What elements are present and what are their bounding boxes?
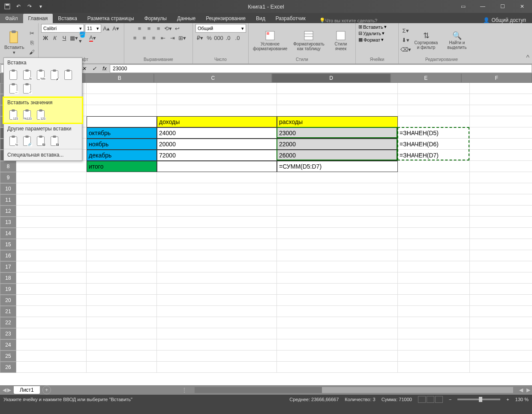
- cell-E5[interactable]: =ЗНАЧЕН(D5): [398, 127, 470, 139]
- cell-B8[interactable]: итого: [87, 161, 157, 172]
- cell-F4[interactable]: [470, 116, 532, 127]
- cell-B1[interactable]: [87, 83, 157, 94]
- cell-B17[interactable]: [87, 261, 157, 272]
- cell-E1[interactable]: [398, 83, 470, 94]
- paste-col-width-icon[interactable]: ↔: [7, 83, 19, 95]
- cell-E24[interactable]: [398, 339, 470, 351]
- col-header-B[interactable]: B: [85, 73, 154, 83]
- row-header-17[interactable]: 17: [0, 261, 16, 272]
- find-select-button[interactable]: 🔍Найти и выделить: [442, 30, 472, 51]
- tab-review[interactable]: Рецензирование: [201, 14, 251, 23]
- row-header-19[interactable]: 19: [0, 284, 16, 295]
- collapse-ribbon-icon[interactable]: ^: [526, 54, 529, 62]
- share-button[interactable]: 👤 Общий доступ: [477, 17, 532, 23]
- cell-styles-button[interactable]: Стили ячеек: [329, 29, 353, 52]
- cell-C11[interactable]: [157, 194, 277, 205]
- cell-A20[interactable]: [16, 295, 87, 306]
- cell-D4[interactable]: расходы: [277, 116, 398, 127]
- cell-F22[interactable]: [470, 317, 532, 328]
- increase-decimal-icon[interactable]: .0: [224, 33, 232, 42]
- row-header-12[interactable]: 12: [0, 205, 16, 217]
- cell-B21[interactable]: [87, 306, 157, 317]
- cell-E26[interactable]: [398, 362, 470, 373]
- paste-formulas-icon[interactable]: fx: [21, 69, 33, 81]
- cell-C1[interactable]: [157, 83, 277, 94]
- align-middle-icon[interactable]: ≡: [145, 24, 153, 33]
- increase-font-icon[interactable]: A▴: [102, 24, 111, 33]
- cell-C3[interactable]: [157, 105, 277, 116]
- cell-D5[interactable]: 23000: [277, 127, 398, 139]
- cell-D16[interactable]: [277, 250, 398, 261]
- cell-D8[interactable]: =СУММ(D5:D7): [277, 161, 398, 172]
- insert-cells-button[interactable]: ⊞ Вставить▾: [358, 24, 387, 30]
- zoom-level[interactable]: 130 %: [515, 397, 529, 402]
- cell-D12[interactable]: [277, 205, 398, 217]
- merge-icon[interactable]: ⊞▾: [178, 33, 186, 42]
- cell-B14[interactable]: [87, 228, 157, 239]
- cell-E6[interactable]: =ЗНАЧЕН(D6): [398, 139, 470, 150]
- col-header-F[interactable]: F: [461, 73, 532, 83]
- cell-A16[interactable]: [16, 250, 87, 261]
- paste-values-source-icon[interactable]: 123: [35, 109, 47, 121]
- cell-A11[interactable]: [16, 194, 87, 205]
- cell-A22[interactable]: [16, 317, 87, 328]
- cell-A25[interactable]: [16, 351, 87, 362]
- cell-C19[interactable]: [157, 284, 277, 295]
- cell-F9[interactable]: [470, 172, 532, 183]
- paste-linked-picture-icon[interactable]: 🖼: [48, 135, 60, 147]
- cell-B26[interactable]: [87, 362, 157, 373]
- cell-C23[interactable]: [157, 328, 277, 339]
- border-icon[interactable]: ▦▾: [69, 33, 78, 42]
- cell-F12[interactable]: [470, 205, 532, 217]
- cell-A21[interactable]: [16, 306, 87, 317]
- cell-C25[interactable]: [157, 351, 277, 362]
- cut-icon[interactable]: ✂: [28, 29, 36, 37]
- cell-D7[interactable]: 26000: [277, 150, 398, 161]
- maximize-icon[interactable]: ☐: [493, 0, 512, 13]
- paste-picture-icon[interactable]: 🖼: [35, 135, 47, 147]
- italic-button[interactable]: К: [51, 33, 59, 42]
- cell-C20[interactable]: [157, 295, 277, 306]
- cell-E4[interactable]: [398, 116, 470, 127]
- cell-B7[interactable]: декабрь: [87, 150, 157, 161]
- cell-F7[interactable]: [470, 150, 532, 161]
- cell-E12[interactable]: [398, 205, 470, 217]
- zoom-slider[interactable]: [457, 399, 500, 400]
- cell-C2[interactable]: [157, 94, 277, 105]
- cell-C8[interactable]: [157, 161, 277, 172]
- tab-formulas[interactable]: Формулы: [139, 14, 172, 23]
- cell-F2[interactable]: [470, 94, 532, 105]
- sheet-nav-prev-icon[interactable]: ◀: [3, 387, 6, 393]
- zoom-thumb[interactable]: [479, 397, 482, 402]
- cell-D10[interactable]: [277, 183, 398, 194]
- paste-link-icon[interactable]: 🔗: [21, 135, 33, 147]
- paste-all-icon[interactable]: [7, 69, 19, 81]
- col-header-C[interactable]: C: [154, 73, 272, 83]
- conditional-formatting-button[interactable]: Условное форматирование: [251, 29, 289, 52]
- fill-color-icon[interactable]: 🪣▾: [79, 33, 87, 42]
- cell-B13[interactable]: [87, 217, 157, 228]
- cell-B22[interactable]: [87, 317, 157, 328]
- col-header-E[interactable]: E: [391, 73, 461, 83]
- row-header-18[interactable]: 18: [0, 272, 16, 284]
- cell-C6[interactable]: 20000: [157, 139, 277, 150]
- cell-B10[interactable]: [87, 183, 157, 194]
- cell-E13[interactable]: [398, 217, 470, 228]
- cell-F10[interactable]: [470, 183, 532, 194]
- cell-E20[interactable]: [398, 295, 470, 306]
- cell-F15[interactable]: [470, 239, 532, 250]
- tab-file[interactable]: Файл: [0, 14, 23, 23]
- row-header-22[interactable]: 22: [0, 317, 16, 328]
- cell-D9[interactable]: [277, 172, 398, 183]
- paste-values-icon[interactable]: 123: [7, 109, 19, 121]
- paste-keep-source-icon[interactable]: 🖌: [48, 69, 60, 81]
- cell-F1[interactable]: [470, 83, 532, 94]
- cell-B9[interactable]: [87, 172, 157, 183]
- orientation-icon[interactable]: ⟲▾: [164, 24, 172, 33]
- cell-E2[interactable]: [398, 94, 470, 105]
- cell-A26[interactable]: [16, 362, 87, 373]
- cell-F23[interactable]: [470, 328, 532, 339]
- normal-view-icon[interactable]: [418, 396, 426, 403]
- tab-view[interactable]: Вид: [251, 14, 271, 23]
- decrease-decimal-icon[interactable]: .0: [233, 33, 242, 42]
